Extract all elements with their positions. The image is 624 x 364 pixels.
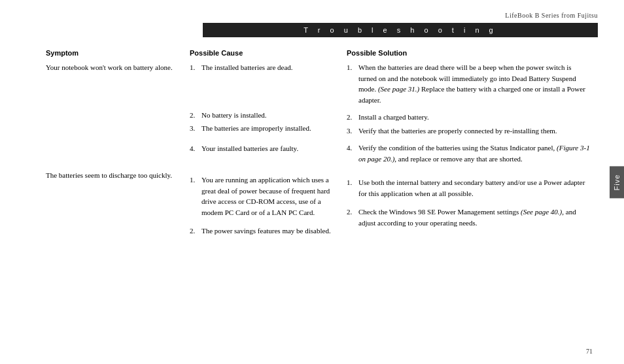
solution-header: Possible Solution [347,49,591,57]
cause-column: Possible Cause 1. The installed batterie… [190,49,347,239]
cause-1-4: 4. Your installed batteries are faulty. [190,143,340,154]
solution-2-1: 1. Use both the internal battery and sec… [347,177,591,199]
title-bar: T r o u b l e s h o o t i n g [203,23,598,37]
cause-2-2: 2. The power savings features may be dis… [190,225,340,237]
solution-1-3: 3. Verify that the batteries are properl… [347,125,591,137]
solution-2-2: 2. Check the Windows 98 SE Power Managem… [347,207,591,228]
page-header: LifeBook B Series from Fujitsu [26,0,598,23]
symptom-column: Symptom Your notebook won't work on batt… [46,49,190,239]
solution-1-4: 4. Verify the condition of the batteries… [347,142,591,164]
cause-1-3: 3. The batteries are improperly installe… [190,123,340,134]
cause-1-1: 1. The installed batteries are dead. [190,62,340,73]
content-area: Symptom Your notebook won't work on batt… [26,49,598,239]
page-number: 71 [586,348,593,355]
solution-1-1: 1. When the batteries are dead there wil… [347,62,591,105]
symptom-header: Symptom [46,49,183,57]
symptom-1: Your notebook won't work on battery alon… [46,62,183,73]
chapter-tab: Five [610,166,624,198]
solution-1-2: 2. Install a charged battery. [347,112,591,123]
cause-1-2: 2. No battery is installed. [190,110,340,121]
symptom-2: The batteries seem to discharge too quic… [46,170,183,181]
cause-header: Possible Cause [190,49,340,57]
cause-2-1: 1. You are running an application which … [190,174,340,218]
header-text: LifeBook B Series from Fujitsu [505,12,598,19]
title-text: T r o u b l e s h o o t i n g [303,26,496,34]
page: LifeBook B Series from Fujitsu T r o u b… [0,0,624,364]
solution-column: Possible Solution 1. When the batteries … [347,49,598,239]
